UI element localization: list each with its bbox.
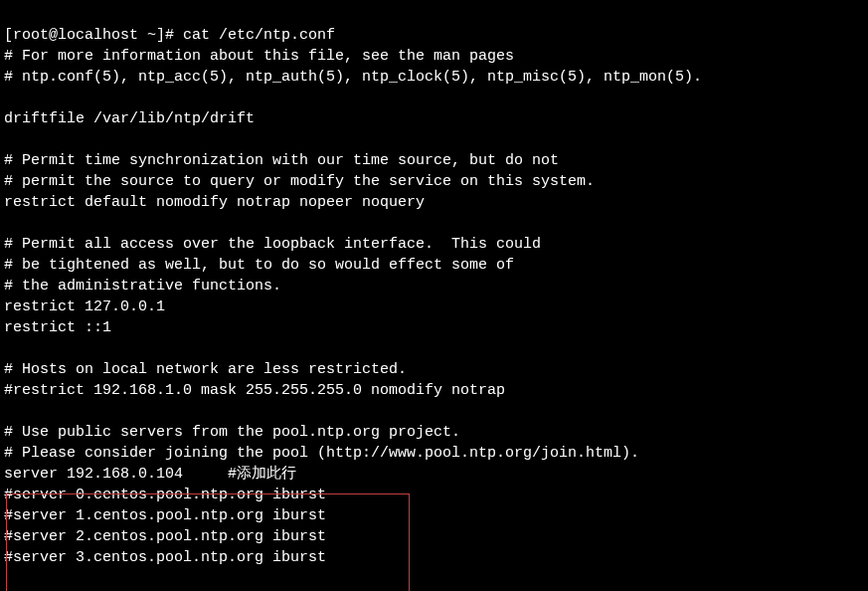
output-line [4,401,864,422]
output-line: server 192.168.0.104 #添加此行 [4,464,864,485]
output-line: # Permit all access over the loopback in… [4,234,864,255]
output-line: # permit the source to query or modify t… [4,171,864,192]
output-line: # Please consider joining the pool (http… [4,443,864,464]
output-line: restrict 127.0.0.1 [4,296,864,317]
shell-prompt: [root@localhost ~]# [4,27,183,44]
output-line: #server 1.centos.pool.ntp.org iburst [4,505,864,526]
output-line: # Use public servers from the pool.ntp.o… [4,422,864,443]
output-line: # ntp.conf(5), ntp_acc(5), ntp_auth(5), … [4,67,864,88]
output-line: #server 3.centos.pool.ntp.org iburst [4,547,864,568]
output-line: driftfile /var/lib/ntp/drift [4,108,864,129]
command-text: cat /etc/ntp.conf [183,27,335,44]
output-line [4,88,864,108]
output-line: # be tightened as well, but to do so wou… [4,255,864,276]
output-line: # Permit time synchronization with our t… [4,150,864,171]
output-line [4,129,864,150]
output-line: #restrict 192.168.1.0 mask 255.255.255.0… [4,380,864,401]
file-output: # For more information about this file, … [4,46,864,568]
output-line: #server 2.centos.pool.ntp.org iburst [4,526,864,547]
terminal-output: [root@localhost ~]# cat /etc/ntp.conf# F… [4,4,864,591]
output-line: # the administrative functions. [4,276,864,296]
output-line: restrict default nomodify notrap nopeer … [4,192,864,213]
output-line: restrict ::1 [4,317,864,338]
command-line: [root@localhost ~]# cat /etc/ntp.conf [4,25,864,46]
output-line [4,338,864,359]
output-line: #server 0.centos.pool.ntp.org iburst [4,485,864,505]
output-line: # For more information about this file, … [4,46,864,67]
output-line: # Hosts on local network are less restri… [4,359,864,380]
output-line [4,213,864,234]
